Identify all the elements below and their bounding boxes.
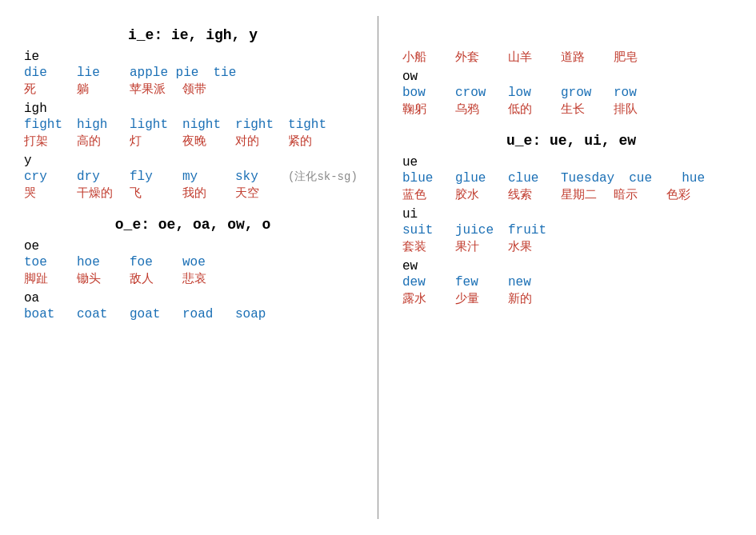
word-dry: dry	[77, 170, 115, 184]
zh-hue: 色彩	[666, 187, 705, 202]
oe-words-row: toe hoe foe woe	[24, 255, 362, 269]
zh-toe: 脚趾	[24, 271, 62, 286]
zh-sky: 天空	[235, 186, 274, 201]
category-oa: oa	[24, 291, 362, 305]
word-few: few	[455, 275, 494, 289]
zh-high: 高的	[77, 134, 115, 149]
zh-hoe: 锄头	[77, 271, 115, 286]
zh-die: 死	[24, 82, 62, 97]
word-fight: fight	[24, 118, 62, 132]
word-bow: bow	[402, 86, 441, 100]
word-low: low	[508, 86, 546, 100]
word-dew: dew	[402, 275, 441, 289]
zh-light: 灯	[130, 134, 168, 149]
section1-title: i_e: ie, igh, y	[24, 27, 362, 43]
zh-soap: 肥皂	[614, 50, 652, 65]
zh-grow: 生长	[561, 102, 599, 117]
y-chinese-row: 哭 干燥的 飞 我的 天空	[24, 186, 362, 201]
ow-chinese-row: 鞠躬 乌鸦 低的 生长 排队	[402, 102, 740, 117]
word-tuesday: Tuesday	[561, 171, 614, 186]
category-ue: ue	[402, 155, 740, 170]
zh-lie: 躺	[77, 82, 115, 97]
word-my: my	[182, 170, 221, 184]
zh-fight: 打架	[24, 134, 62, 149]
zh-juice: 果汁	[455, 239, 494, 254]
zh-blue: 蓝色	[402, 187, 441, 202]
zh-tie: 领带	[182, 82, 221, 97]
category-y: y	[24, 154, 362, 168]
word-fly: fly	[130, 170, 168, 184]
zh-foe: 敌人	[130, 271, 168, 286]
zh-fruit: 水果	[508, 239, 546, 254]
word-suit: suit	[402, 223, 441, 238]
word-fruit: fruit	[508, 223, 546, 238]
zh-row: 排队	[614, 102, 652, 117]
category-ew: ew	[402, 259, 740, 273]
category-ui: ui	[402, 207, 740, 222]
word-lie: lie	[77, 66, 115, 80]
word-note: (注化sk-sg)	[288, 170, 358, 184]
zh-low: 低的	[508, 102, 546, 117]
igh-chinese-row: 打架 高的 灯 夜晚 对的 紧的	[24, 134, 362, 149]
word-soap: soap	[235, 307, 274, 321]
zh-dew: 露水	[402, 291, 441, 306]
word-grow: grow	[561, 86, 599, 100]
word-hue: hue	[682, 171, 720, 186]
zh-crow: 乌鸦	[455, 102, 494, 117]
word-die: die	[24, 66, 62, 80]
zh-coat: 外套	[455, 50, 494, 65]
zh-right: 对的	[235, 134, 274, 149]
section2-title: o_e: oe, oa, ow, o	[24, 217, 362, 233]
word-night: night	[182, 118, 221, 132]
word-cry: cry	[24, 170, 62, 184]
ui-chinese-row: 套装 果汁 水果	[402, 239, 740, 254]
zh-woe: 悲哀	[182, 271, 221, 286]
word-light: light	[130, 118, 168, 132]
category-ow: ow	[402, 70, 740, 84]
ew-words-row: dew few new	[402, 275, 740, 289]
word-glue: glue	[455, 171, 494, 186]
zh-goat: 山羊	[508, 50, 546, 65]
ui-words-row: suit juice fruit	[402, 223, 740, 238]
section-ue-title: u_e: ue, ui, ew	[402, 133, 740, 149]
ue-chinese-row: 蓝色 胶水 线索 星期二 暗示 色彩	[402, 187, 740, 202]
word-coat: coat	[77, 307, 115, 321]
zh-suit: 套装	[402, 239, 441, 254]
word-boat: boat	[24, 307, 62, 321]
word-goat: goat	[130, 307, 168, 321]
ie-chinese-row: 死 躺 苹果派 领带	[24, 82, 362, 97]
oe-chinese-row: 脚趾 锄头 敌人 悲哀	[24, 271, 362, 286]
word-clue: clue	[508, 171, 546, 186]
word-foe: foe	[130, 255, 168, 269]
category-oe: oe	[24, 239, 362, 254]
zh-clue: 线索	[508, 187, 546, 202]
word-road: road	[182, 307, 221, 321]
zh-few: 少量	[455, 291, 494, 306]
word-tie: tie	[213, 66, 251, 80]
category-igh: igh	[24, 102, 362, 116]
word-crow: crow	[455, 86, 494, 100]
zh-boat: 小船	[402, 50, 441, 65]
zh-new: 新的	[508, 291, 546, 306]
word-right: right	[235, 118, 274, 132]
zh-glue: 胶水	[455, 187, 494, 202]
word-tight: tight	[288, 118, 326, 132]
word-woe: woe	[182, 255, 221, 269]
zh-night: 夜晚	[182, 134, 221, 149]
category-ie: ie	[24, 50, 362, 64]
zh-cry: 哭	[24, 186, 62, 201]
page: i_e: ie, igh, y ie die lie apple pie tie…	[0, 0, 756, 535]
zh-fly: 飞	[130, 186, 168, 201]
igh-words-row: fight high light night right tight	[24, 118, 362, 132]
left-column: i_e: ie, igh, y ie die lie apple pie tie…	[0, 16, 378, 519]
oa-top-chinese: 小船 外套 山羊 道路 肥皂	[402, 50, 740, 65]
zh-dry: 干燥的	[77, 186, 115, 201]
zh-applepie: 苹果派	[130, 82, 168, 97]
oa-words-row: boat coat goat road soap	[24, 307, 362, 321]
word-row: row	[614, 86, 652, 100]
zh-my: 我的	[182, 186, 221, 201]
word-blue: blue	[402, 171, 441, 186]
word-cue: cue	[629, 171, 667, 186]
word-applepie: apple pie	[130, 66, 198, 80]
word-sky: sky	[235, 170, 274, 184]
